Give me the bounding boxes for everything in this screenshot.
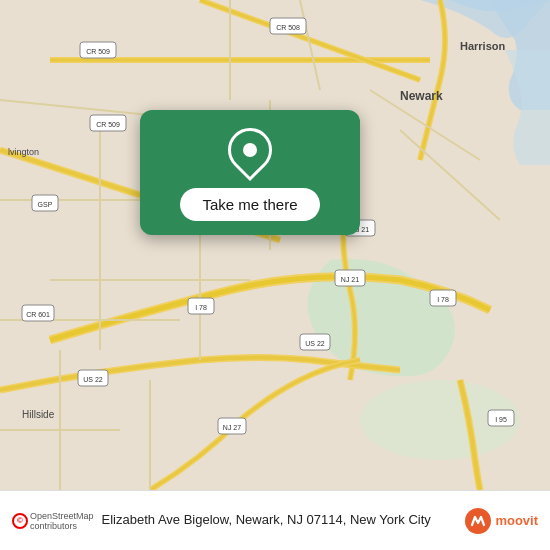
bottom-bar: © OpenStreetMapcontributors Elizabeth Av… bbox=[0, 490, 550, 550]
svg-text:I 78: I 78 bbox=[437, 296, 449, 303]
svg-text:CR 508: CR 508 bbox=[276, 24, 300, 31]
svg-text:I 95: I 95 bbox=[495, 416, 507, 423]
svg-text:Harrison: Harrison bbox=[460, 40, 506, 52]
osm-label: OpenStreetMapcontributors bbox=[30, 511, 94, 531]
svg-text:CR 509: CR 509 bbox=[86, 48, 110, 55]
osm-attribution: © OpenStreetMapcontributors bbox=[12, 511, 94, 531]
popup-card: Take me there bbox=[140, 110, 360, 235]
svg-text:Newark: Newark bbox=[400, 89, 443, 103]
svg-text:NJ 27: NJ 27 bbox=[223, 424, 241, 431]
svg-text:I 78: I 78 bbox=[195, 304, 207, 311]
svg-text:US 22: US 22 bbox=[83, 376, 103, 383]
svg-text:CR 509: CR 509 bbox=[96, 121, 120, 128]
moovit-logo: moovit bbox=[464, 507, 538, 535]
osm-icon: © bbox=[12, 513, 28, 529]
location-pin-icon bbox=[219, 119, 281, 181]
address-label: Elizabeth Ave Bigelow, Newark, NJ 07114,… bbox=[102, 512, 457, 529]
svg-text:US 22: US 22 bbox=[305, 340, 325, 347]
moovit-icon bbox=[464, 507, 492, 535]
take-me-there-button[interactable]: Take me there bbox=[180, 188, 319, 221]
map-container: CR 509 CR 509 CR 508 GSP NJ 21 NJ 21 I 7… bbox=[0, 0, 550, 490]
svg-text:CR 601: CR 601 bbox=[26, 311, 50, 318]
svg-text:GSP: GSP bbox=[38, 201, 53, 208]
moovit-label: moovit bbox=[495, 513, 538, 528]
svg-text:NJ 21: NJ 21 bbox=[341, 276, 359, 283]
svg-text:lvington: lvington bbox=[8, 147, 39, 157]
svg-text:Hillside: Hillside bbox=[22, 409, 55, 420]
